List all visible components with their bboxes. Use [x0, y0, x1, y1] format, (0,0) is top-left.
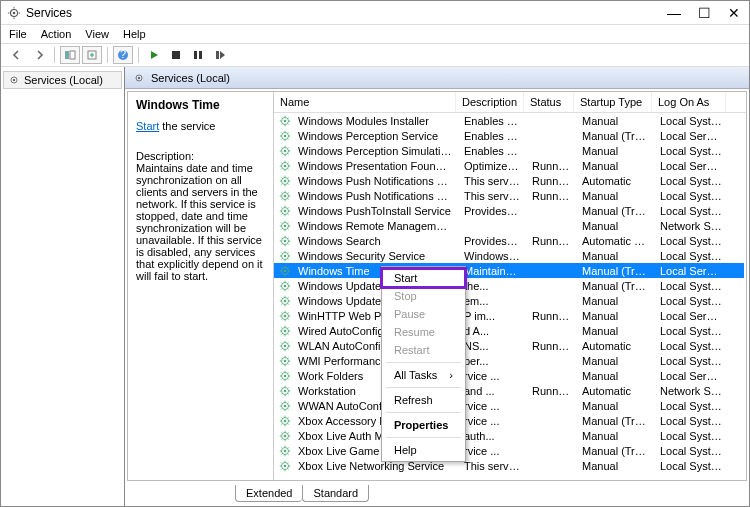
desc-label: Description:: [136, 150, 265, 162]
col-startup[interactable]: Startup Type: [574, 92, 652, 112]
cell-name: Windows Push Notifications User Se...: [292, 190, 458, 202]
back-button[interactable]: [7, 46, 27, 64]
maximize-button[interactable]: ☐: [695, 6, 713, 20]
ctx-refresh[interactable]: Refresh: [382, 391, 465, 409]
forward-button[interactable]: [29, 46, 49, 64]
service-icon: [278, 144, 292, 158]
table-row[interactable]: Windows Presentation Foundation Fo...Opt…: [274, 158, 744, 173]
nav-item-label: Services (Local): [24, 74, 103, 86]
table-row[interactable]: Windows Perception ServiceEnables spat..…: [274, 128, 744, 143]
table-row[interactable]: Windows Updatethe...Manual (Trigg...Loca…: [274, 278, 744, 293]
stop-button[interactable]: [166, 46, 186, 64]
svg-line-150: [288, 297, 289, 298]
start-service-link[interactable]: Start: [136, 120, 159, 132]
svg-line-190: [288, 357, 289, 358]
cell-desc: and ...: [458, 385, 526, 397]
table-row[interactable]: Windows Remote Management (WS...ManualNe…: [274, 218, 744, 233]
table-row[interactable]: WMI Performance Aper...ManualLocal Syste…: [274, 353, 744, 368]
table-row[interactable]: Windows PushToInstall ServiceProvides in…: [274, 203, 744, 218]
svg-point-232: [284, 434, 287, 437]
ctx-start[interactable]: Start: [382, 269, 465, 287]
svg-line-28: [288, 123, 289, 124]
table-row[interactable]: Windows Security ServiceWindows Se...Man…: [274, 248, 744, 263]
close-button[interactable]: ✕: [725, 6, 743, 20]
table-row[interactable]: Windows Update Mem...ManualLocal System: [274, 293, 744, 308]
svg-text:?: ?: [120, 49, 126, 60]
menu-file[interactable]: File: [9, 28, 27, 40]
help-button[interactable]: ?: [113, 46, 133, 64]
table-row[interactable]: Windows Modules InstallerEnables inst...…: [274, 113, 744, 128]
menu-help[interactable]: Help: [123, 28, 146, 40]
cell-startup: Manual: [576, 460, 654, 472]
cell-logon: Local System: [654, 235, 728, 247]
table-row[interactable]: Xbox Accessory Marvice ...Manual (Trigg.…: [274, 413, 744, 428]
svg-line-90: [288, 207, 289, 208]
ctx-help[interactable]: Help: [382, 441, 465, 459]
tab-extended[interactable]: Extended: [235, 485, 302, 502]
cell-logon: Local System: [654, 115, 728, 127]
cell-logon: Local System: [654, 355, 728, 367]
menu-view[interactable]: View: [85, 28, 109, 40]
svg-point-112: [284, 254, 287, 257]
col-logon[interactable]: Log On As: [652, 92, 726, 112]
table-row[interactable]: WLAN AutoConfigNS...RunningAutomaticLoca…: [274, 338, 744, 353]
svg-rect-12: [172, 51, 180, 59]
svg-line-118: [288, 258, 289, 259]
table-row[interactable]: Windows Push Notifications System ...Thi…: [274, 173, 744, 188]
svg-line-209: [282, 393, 283, 394]
svg-line-167: [282, 327, 283, 328]
svg-line-250: [288, 447, 289, 448]
table-row[interactable]: WinHTTP Web ProxP im...RunningManualLoca…: [274, 308, 744, 323]
show-hide-tree-button[interactable]: [60, 46, 80, 64]
menu-action[interactable]: Action: [41, 28, 72, 40]
nav-services-local[interactable]: Services (Local): [3, 71, 122, 89]
svg-line-70: [288, 177, 289, 178]
tab-standard[interactable]: Standard: [302, 485, 369, 502]
service-icon: [278, 249, 292, 263]
ctx-all-tasks[interactable]: All Tasks: [382, 366, 465, 384]
svg-line-38: [288, 138, 289, 139]
svg-line-240: [288, 432, 289, 433]
svg-rect-15: [216, 51, 219, 59]
cell-startup: Manual: [576, 310, 654, 322]
svg-line-37: [282, 132, 283, 133]
table-row[interactable]: Windows Push Notifications User Se...Thi…: [274, 188, 744, 203]
export-list-button[interactable]: [82, 46, 102, 64]
col-status[interactable]: Status: [524, 92, 574, 112]
svg-line-68: [288, 183, 289, 184]
cell-status: Running: [526, 160, 576, 172]
table-row[interactable]: Xbox Live Game Savrvice ...Manual (Trigg…: [274, 443, 744, 458]
col-description[interactable]: Description: [456, 92, 524, 112]
svg-point-132: [284, 284, 287, 287]
play-button[interactable]: [144, 46, 164, 64]
cell-name: Windows Push Notifications System ...: [292, 175, 458, 187]
svg-line-100: [288, 222, 289, 223]
cell-startup: Manual: [576, 190, 654, 202]
table-row[interactable]: Xbox Live Auth Marauth...ManualLocal Sys…: [274, 428, 744, 443]
cell-startup: Manual (Trigg...: [576, 415, 654, 427]
cell-name: Windows Presentation Foundation Fo...: [292, 160, 458, 172]
svg-line-257: [282, 462, 283, 463]
cell-startup: Manual: [576, 325, 654, 337]
table-row[interactable]: Windows Perception Simulation Serv...Ena…: [274, 143, 744, 158]
svg-point-242: [284, 449, 287, 452]
cell-name: Windows PushToInstall Service: [292, 205, 458, 217]
table-row[interactable]: Xbox Live Networking ServiceThis service…: [274, 458, 744, 473]
table-row[interactable]: Windows TimeMaintains d...Manual (Trigg.…: [274, 263, 744, 278]
table-row[interactable]: Workstationand ...RunningAutomaticNetwor…: [274, 383, 744, 398]
svg-line-219: [282, 408, 283, 409]
table-row[interactable]: Work Foldersrvice ...ManualLocal Service: [274, 368, 744, 383]
cell-name: Windows Perception Simulation Serv...: [292, 145, 458, 157]
table-row[interactable]: Wired AutoConfigd A...ManualLocal System: [274, 323, 744, 338]
table-row[interactable]: WWAN AutoConfigrvice ...ManualLocal Syst…: [274, 398, 744, 413]
cell-status: Running: [526, 340, 576, 352]
ctx-properties[interactable]: Properties: [382, 416, 465, 434]
minimize-button[interactable]: —: [665, 6, 683, 20]
pause-button[interactable]: [188, 46, 208, 64]
table-row[interactable]: Windows SearchProvides con...RunningAuto…: [274, 233, 744, 248]
restart-button[interactable]: [210, 46, 230, 64]
svg-line-49: [282, 153, 283, 154]
svg-point-52: [284, 164, 287, 167]
cell-desc: Windows Se...: [458, 250, 526, 262]
col-name[interactable]: Name: [274, 92, 456, 112]
